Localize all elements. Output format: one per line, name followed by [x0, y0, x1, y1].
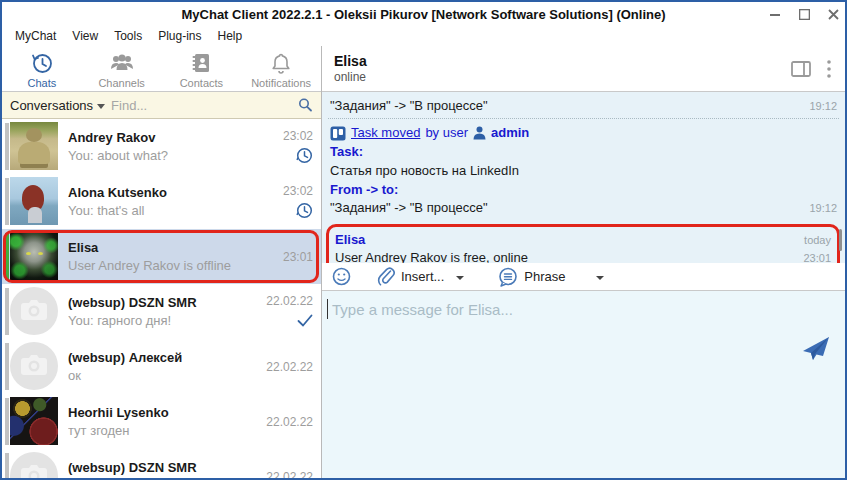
message-separator [328, 118, 839, 119]
window-title: MyChat Client 2022.2.1 - Oleksii Pikurov… [182, 7, 666, 22]
conversation-name: Andrey Rakov [68, 130, 249, 145]
conversation-name: Heorhii Lysenko [68, 405, 249, 420]
task-label: Task: [330, 143, 837, 162]
kebab-menu-icon[interactable] [827, 60, 831, 78]
conversation-item-heorhii-lysenko[interactable]: Heorhii Lysenko тут згоден 22.02.22 [2, 394, 321, 449]
conversation-time: 22.02.22 [266, 470, 313, 479]
status-message-text: User Andrey Rakov is free, online [335, 250, 795, 263]
conversations-filter-dropdown[interactable]: Conversations [10, 98, 105, 113]
conversation-item-andrey-rakov[interactable]: Andrey Rakov You: about what? 23:02 [2, 119, 321, 174]
presence-strip [5, 398, 9, 445]
emoji-icon[interactable] [332, 267, 351, 286]
message-date: today [804, 234, 831, 246]
minimize-button[interactable] [770, 9, 781, 20]
message-time: 23:01 [803, 252, 831, 263]
search-bar: Conversations [2, 92, 321, 119]
presence-strip-online [5, 233, 9, 280]
task-moved-link[interactable]: Task moved [351, 124, 420, 143]
chat-header: Elisa online [322, 46, 845, 92]
conversation-item-dszn-smr-2[interactable]: (websup) DSZN SMR інформації* 22.02.22 [2, 449, 321, 478]
conversation-item-alona-kutsenko[interactable]: Alona Kutsenko You: that's all 23:02 [2, 174, 321, 229]
people-group-icon [109, 51, 135, 75]
menu-view[interactable]: View [65, 27, 105, 45]
message-input-area[interactable]: Type a message for Elisa... [322, 291, 845, 478]
task-text: Статья про новость на LinkedIn [330, 162, 837, 181]
phrase-bubble-icon [498, 267, 518, 287]
message-task-moved: Task moved by user admin Task: Статья пр… [326, 122, 841, 220]
task-fromto-label: From -> to: [330, 181, 837, 200]
presence-strip [5, 123, 9, 170]
status-message: User Andrey Rakov is free, online 23:01 [333, 248, 833, 263]
menu-mychat[interactable]: MyChat [8, 27, 63, 45]
conversation-name: (websup) DSZN SMR [68, 460, 249, 475]
conversation-time: 23:02 [283, 184, 313, 198]
presence-strip [5, 343, 9, 390]
avatar [10, 232, 58, 280]
insert-button[interactable]: Insert... [377, 267, 468, 286]
conversation-preview: You: гарного дня! [68, 313, 249, 328]
conversation-item-elisa[interactable]: Elisa User Andrey Rakov is offline 23:01 [2, 229, 321, 284]
bell-icon [269, 51, 293, 75]
conversation-preview: ок [68, 368, 249, 383]
split-view-icon[interactable] [791, 61, 811, 77]
conversation-time: 22.02.22 [266, 415, 313, 429]
conversation-time: 23:02 [283, 129, 313, 143]
phrase-button[interactable]: Phrase [498, 267, 607, 287]
compose-toolbar: Insert... Phrase [322, 263, 845, 291]
presence-strip [5, 453, 9, 478]
menu-help[interactable]: Help [211, 27, 250, 45]
chat-status: online [334, 70, 791, 84]
conversation-item-dszn-smr-1[interactable]: (websup) DSZN SMR You: гарного дня! 22.0… [2, 284, 321, 339]
caret-down-icon [456, 276, 464, 280]
chat-panel: Elisa online "Задания" -> "В процессе" 1… [322, 46, 845, 478]
avatar-camera-placeholder [10, 287, 58, 335]
avatar-camera-placeholder [10, 452, 58, 478]
tab-notifications[interactable]: Notifications [241, 46, 321, 91]
conversation-preview: тут згоден [68, 423, 249, 438]
task-by-text: by user [425, 124, 468, 143]
insert-label: Insert... [401, 269, 444, 284]
conversation-item-aleksey[interactable]: (websup) Алексей ок 22.02.22 [2, 339, 321, 394]
conversation-name: (websup) Алексей [68, 350, 249, 365]
menu-bar: MyChat View Tools Plug-ins Help [2, 26, 845, 46]
message-history[interactable]: "Задания" -> "В процессе" 19:12 Task mov… [322, 92, 845, 263]
history-clock-icon [30, 51, 54, 75]
message-prev-partial: "Задания" -> "В процессе" 19:12 [326, 96, 841, 115]
text-cursor [327, 299, 328, 319]
conversation-preview: User Andrey Rakov is offline [68, 258, 249, 273]
maximize-button[interactable] [799, 9, 810, 20]
menu-tools[interactable]: Tools [107, 27, 149, 45]
tab-chats-label: Chats [28, 77, 57, 89]
scrollbar-thumb[interactable] [839, 229, 842, 251]
conversation-list: Andrey Rakov You: about what? 23:02 Al [2, 119, 321, 478]
pending-clock-icon [296, 146, 313, 164]
avatar [10, 122, 58, 170]
title-bar: MyChat Client 2022.2.1 - Oleksii Pikurov… [2, 2, 845, 26]
message-time: 19:12 [809, 100, 837, 112]
pending-clock-icon [296, 201, 313, 219]
menu-plugins[interactable]: Plug-ins [151, 27, 208, 45]
tab-chats[interactable]: Chats [2, 46, 82, 91]
close-button[interactable] [828, 9, 839, 20]
message-sender: Elisa [335, 232, 796, 247]
chevron-down-icon [97, 104, 105, 109]
tab-channels[interactable]: Channels [82, 46, 162, 91]
user-icon [473, 126, 486, 140]
avatar-camera-placeholder [10, 342, 58, 390]
address-book-icon [189, 51, 213, 75]
conversation-time: 22.02.22 [266, 294, 313, 308]
paperclip-icon [377, 267, 395, 286]
search-input[interactable] [111, 98, 291, 113]
delivered-check-icon [297, 311, 313, 329]
conversation-time: 23:01 [283, 250, 313, 264]
conversation-name: Elisa [68, 240, 249, 255]
tab-contacts[interactable]: Contacts [162, 46, 242, 91]
message-time: 19:12 [809, 201, 837, 217]
presence-strip [5, 288, 9, 335]
task-user-name: admin [491, 124, 529, 143]
search-icon[interactable] [297, 97, 313, 113]
conversation-preview: You: that's all [68, 203, 249, 218]
send-button[interactable] [801, 335, 831, 363]
conversations-filter-label: Conversations [10, 98, 93, 113]
kanban-board-icon [330, 126, 346, 141]
